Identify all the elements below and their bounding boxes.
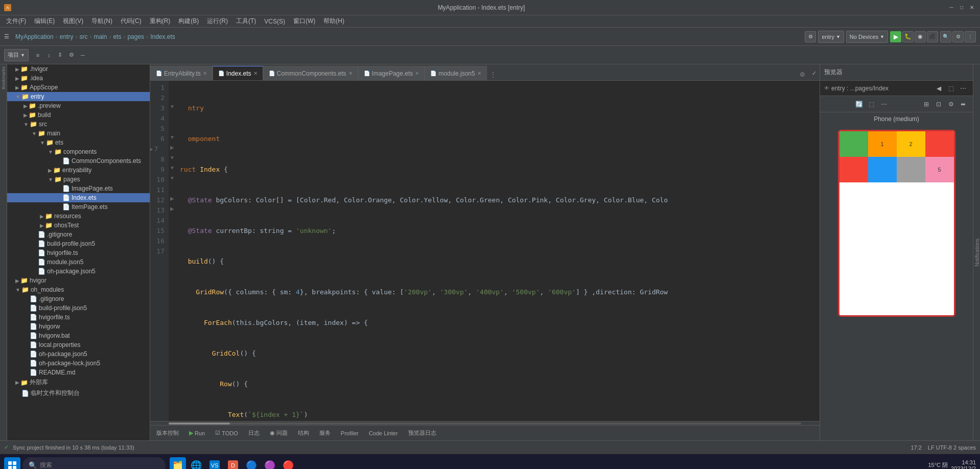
taskbar-app6[interactable]: 🟣 xyxy=(262,457,278,470)
tree-item-commoncomponents[interactable]: 📄 CommonComponents.ets xyxy=(7,156,150,166)
tree-item-hvigorfile2[interactable]: 📄 hvigorfile.ts xyxy=(7,313,150,322)
tree-item-gitignore1[interactable]: 📄 .gitignore xyxy=(7,230,150,239)
taskbar-deveco[interactable]: D xyxy=(225,457,241,470)
menu-tools[interactable]: 工具(T) xyxy=(232,16,260,27)
collapse-icon[interactable]: ✓ xyxy=(808,66,820,80)
tree-item-itempage[interactable]: 📄 ItemPage.ets xyxy=(7,202,150,212)
left-panel-bookmarks[interactable]: Bookmarks xyxy=(1,66,6,89)
tree-item-ohpackage2[interactable]: 📄 oh-package.json5 xyxy=(7,349,150,359)
tab-close-index[interactable]: ✕ xyxy=(253,71,258,76)
tree-item-hvigor2[interactable]: ▶ 📁 hvigor xyxy=(7,276,150,285)
preview-resize-icon[interactable]: ⊡ xyxy=(933,99,944,110)
sidebar-toggle[interactable]: ☰ xyxy=(4,33,9,40)
tree-item-pages[interactable]: ▼ 📁 pages xyxy=(7,175,150,184)
more-tabs-button[interactable]: ⋮ xyxy=(487,69,499,80)
maximize-button[interactable]: □ xyxy=(958,4,966,12)
minimize-panel-icon[interactable]: ─ xyxy=(78,50,88,60)
preview-layout-icon[interactable]: ⬚ xyxy=(945,83,956,94)
stop-button[interactable]: ⬛ xyxy=(927,31,938,42)
taskbar-app7[interactable]: 🔴 xyxy=(280,457,296,470)
tree-item-ohpackagejson5[interactable]: 📄 oh-package.json5 xyxy=(7,267,150,276)
tab-imagepage[interactable]: 📄 ImagePage.ets ✕ xyxy=(358,66,425,80)
tree-item-gitignore2[interactable]: 📄 .gitignore xyxy=(7,294,150,303)
menu-navigate[interactable]: 导航(N) xyxy=(87,16,116,27)
view-toggle3[interactable]: ⇕ xyxy=(55,50,65,60)
tree-item-buildprofile2[interactable]: 📄 build-profile.json5 xyxy=(7,303,150,313)
view-toggle2[interactable]: ↕ xyxy=(44,50,54,60)
line-col[interactable]: 17:2 xyxy=(911,444,921,451)
menu-run[interactable]: 运行(R) xyxy=(203,16,232,27)
tree-item-src[interactable]: ▼ 📁 src xyxy=(7,120,150,129)
taskbar-app5[interactable]: 🔵 xyxy=(243,457,260,470)
breadcrumb-main[interactable]: main xyxy=(94,33,107,40)
tab-close-module[interactable]: ✕ xyxy=(477,71,481,76)
fold-arrow-13[interactable]: ▶ xyxy=(169,203,176,214)
tree-item-modulejson5[interactable]: 📄 module.json5 xyxy=(7,257,150,267)
bottom-tab-log[interactable]: 日志 xyxy=(244,427,264,439)
tree-item-localprops[interactable]: 📄 local.properties xyxy=(7,340,150,349)
taskbar-vscode[interactable]: VS xyxy=(206,457,223,470)
tab-entryability[interactable]: 📄 EntryAbility.ts ✕ xyxy=(150,66,213,80)
settings2-icon[interactable]: ⚙ xyxy=(952,31,964,42)
minimize-button[interactable]: ─ xyxy=(947,4,955,12)
menu-edit[interactable]: 编辑(E) xyxy=(30,16,59,27)
bottom-tab-structure[interactable]: 结构 xyxy=(294,427,313,439)
more-icon[interactable]: ⋮ xyxy=(965,31,976,42)
settings-icon[interactable]: ⚙ xyxy=(805,31,816,42)
tree-item-main[interactable]: ▼ 📁 main xyxy=(7,129,150,138)
fold-arrow-10[interactable]: ▼ xyxy=(169,173,176,183)
bottom-tab-todo[interactable]: ☑ TODO xyxy=(211,427,242,439)
tree-item-ohmodules[interactable]: ▼ 📁 oh_modules xyxy=(7,285,150,294)
taskbar-edge[interactable]: 🌐 xyxy=(188,457,204,470)
profile-button[interactable]: ◉ xyxy=(915,31,926,42)
entry-dropdown[interactable]: entry ▼ xyxy=(818,31,844,43)
no-devices-dropdown[interactable]: No Devices ▼ xyxy=(846,31,888,43)
bottom-tab-services[interactable]: 服务 xyxy=(315,427,335,439)
bottom-tab-problems[interactable]: ◉ 问题 xyxy=(266,427,292,439)
tree-item-imagepage[interactable]: 📄 ImagePage.ets xyxy=(7,184,150,193)
tree-item-hvigorwbat[interactable]: 📄 hvigorw.bat xyxy=(7,331,150,340)
tree-item-ohostest[interactable]: ▶ 📁 ohosTest xyxy=(7,221,150,230)
tree-item-build[interactable]: ▶ 📁 build xyxy=(7,110,150,120)
view-toggle1[interactable]: ≡ xyxy=(33,50,43,60)
fold-arrow-12[interactable]: ▶ xyxy=(169,193,176,203)
project-dropdown[interactable]: 项目 ▼ xyxy=(4,49,29,61)
preview-rotate-icon[interactable]: 🔄 xyxy=(854,99,865,110)
bottom-tab-run[interactable]: ▶ Run xyxy=(185,427,209,439)
tab-commoncomponents[interactable]: 📄 CommonComponents.ets ✕ xyxy=(263,66,358,80)
menu-view[interactable]: 视图(V) xyxy=(59,16,87,27)
horizontal-scrollbar[interactable] xyxy=(150,421,820,425)
close-button[interactable]: ✕ xyxy=(968,4,976,12)
tree-item-buildprofile[interactable]: 📄 build-profile.json5 xyxy=(7,239,150,248)
tab-close-image[interactable]: ✕ xyxy=(415,71,419,76)
tree-item-hvigorw[interactable]: 📄 hvigorw xyxy=(7,322,150,331)
fold-arrow-8[interactable]: ▼ xyxy=(169,152,176,162)
menu-file[interactable]: 文件(F) xyxy=(2,16,30,27)
notification-label[interactable]: Notifications xyxy=(974,239,980,266)
breadcrumb-app[interactable]: MyApplication xyxy=(15,33,54,40)
tree-item-ets[interactable]: ▼ 📁 ets xyxy=(7,138,150,147)
tab-settings-button[interactable]: ⚙ xyxy=(797,69,808,80)
menu-help[interactable]: 帮助(H) xyxy=(319,16,348,27)
preview-grid-icon[interactable]: ⊞ xyxy=(921,99,932,110)
bottom-tab-vcs[interactable]: 版本控制 xyxy=(152,427,183,439)
breadcrumb-entry[interactable]: entry xyxy=(60,33,74,40)
taskbar-explorer[interactable]: 🗂️ xyxy=(170,457,186,470)
tab-index[interactable]: 📄 Index.ets ✕ xyxy=(213,66,263,80)
tree-item-hvigor[interactable]: ▶ 📁 .hvigor xyxy=(7,64,150,74)
code-content[interactable]: ntry omponent ruct Index { @State bgColo… xyxy=(176,81,820,421)
search-icon[interactable]: 🔍 xyxy=(940,31,951,42)
bottom-tab-previewlog[interactable]: 预览器日志 xyxy=(404,427,440,439)
menu-vcs[interactable]: VCS(S) xyxy=(260,17,289,26)
breadcrumb-src[interactable]: src xyxy=(79,33,87,40)
menu-build[interactable]: 构建(B) xyxy=(174,16,203,27)
tree-item-readme[interactable]: 📄 README.md xyxy=(7,368,150,377)
tree-item-external[interactable]: ▶ 📁 外部库 xyxy=(7,377,150,388)
tree-item-resources[interactable]: ▶ 📁 resources xyxy=(7,212,150,221)
preview-collapse-icon[interactable]: ⬌ xyxy=(958,99,969,110)
tree-item-components[interactable]: ▼ 📁 components xyxy=(7,147,150,156)
run-button[interactable]: ▶ xyxy=(890,31,901,42)
menu-refactor[interactable]: 重构(R) xyxy=(146,16,175,27)
tree-item-entryability[interactable]: ▶ 📁 entryability xyxy=(7,166,150,175)
gear-icon[interactable]: ⚙ xyxy=(66,50,77,60)
